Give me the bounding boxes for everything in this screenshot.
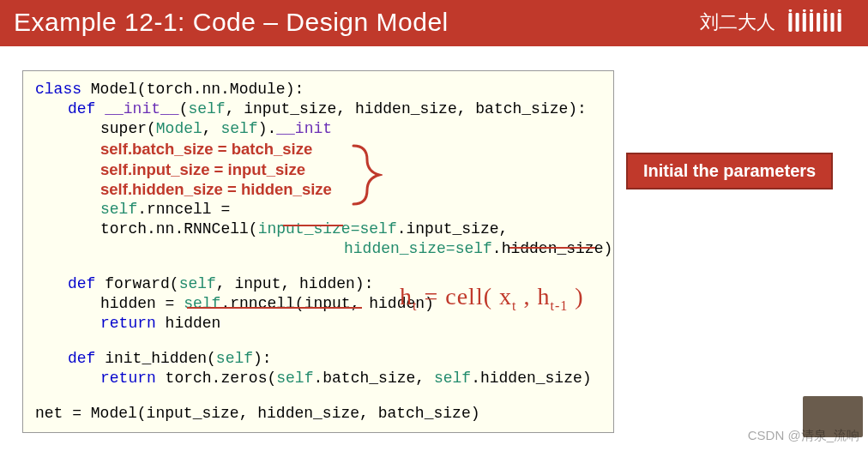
svg-point-9 [824,9,828,12]
svg-point-6 [810,9,813,12]
code-line: class Model(torch.nn.Module): [35,80,606,99]
svg-point-1 [789,9,793,12]
svg-rect-7 [817,13,820,32]
code-line: def __init__(self, input_size, hidden_si… [35,99,606,119]
code-line: return hidden [35,314,606,334]
svg-point-12 [838,9,841,12]
slide-header: Example 12-1: Code – Design Model 刘二大人 [0,0,868,46]
svg-rect-8 [823,13,827,32]
code-line: return torch.zeros(self.batch_size, self… [35,369,606,388]
code-line-emph: self.hidden_size = hidden_size [35,179,606,200]
code-line: super(Model, self).__init [35,119,606,139]
svg-point-4 [803,9,806,12]
code-line-emph: self.batch_size = batch_size [35,139,606,159]
bilibili-logo-icon [787,9,858,35]
author-name: 刘二大人 [700,9,775,35]
code-line: self.rnncell = torch.nn.RNNCell(input_si… [35,200,606,239]
slide-title: Example 12-1: Code – Design Model [14,8,449,37]
hand-formula: ht = cell( xt , ht-1 ) [400,283,584,314]
code-line: hidden_size=self.hidden_size) [35,239,606,259]
code-line: def init_hidden(self): [35,349,606,369]
svg-rect-5 [810,13,813,32]
svg-rect-11 [838,13,841,32]
watermark-text: CSDN @清泉_流响 [748,428,859,444]
code-line-emph: self.input_size = input_size [35,159,606,180]
svg-rect-0 [789,13,793,32]
svg-rect-2 [796,13,799,32]
header-right: 刘二大人 [700,9,858,35]
svg-rect-3 [803,13,806,32]
code-line: net = Model(input_size, hidden_size, bat… [35,404,606,424]
callout-initial-parameters: Initial the parameters [626,153,833,189]
code-block: class Model(torch.nn.Module): def __init… [22,70,614,433]
svg-rect-10 [831,13,835,32]
